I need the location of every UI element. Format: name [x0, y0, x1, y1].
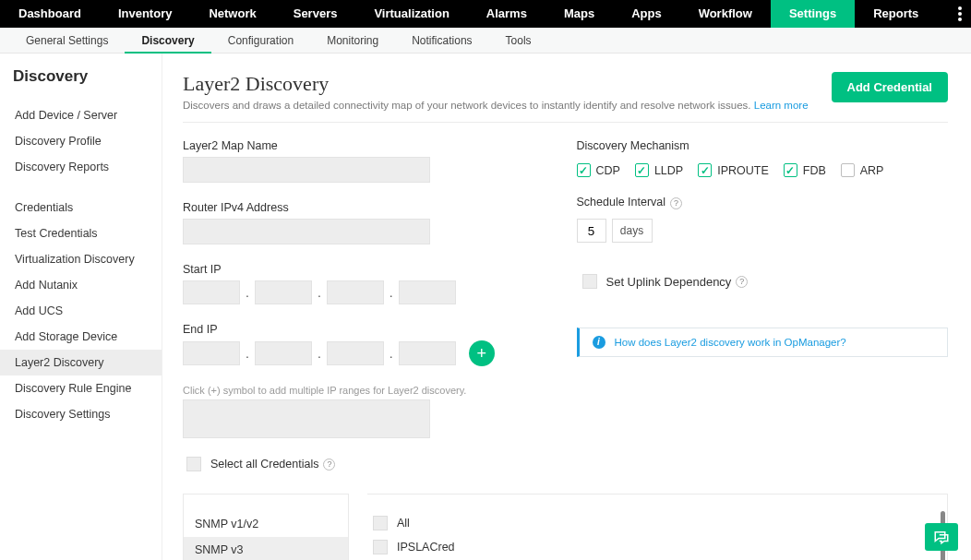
tab-virtualization[interactable]: Virtualization — [355, 0, 467, 28]
ip-range-hint: Click (+) symbol to add multiple IP rang… — [183, 385, 555, 396]
page-title: Layer2 Discovery — [183, 72, 809, 96]
sidebar-item-layer2-discovery[interactable]: Layer2 Discovery — [0, 350, 162, 375]
sidebar-item-discovery-rule-engine[interactable]: Discovery Rule Engine — [13, 375, 162, 401]
help-icon[interactable]: ? — [323, 459, 335, 471]
help-icon[interactable]: ? — [670, 197, 682, 209]
sidebar: Discovery Add Device / Server Discovery … — [0, 54, 162, 560]
tab-maps[interactable]: Maps — [545, 0, 613, 28]
start-ip-oct2[interactable] — [255, 280, 312, 304]
chat-icon — [932, 529, 951, 545]
credential-type-snmpv1v2[interactable]: SNMP v1/v2 — [184, 511, 348, 537]
discovery-mechanism-label: Discovery Mechanism — [577, 139, 949, 152]
tab-apps[interactable]: Apps — [613, 0, 680, 28]
end-ip-oct4[interactable] — [399, 341, 456, 365]
start-ip-label: Start IP — [183, 263, 555, 276]
credential-ipslacred-checkbox[interactable] — [373, 540, 388, 554]
select-all-credentials-label: Select all Credentials — [210, 458, 318, 471]
info-banner[interactable]: i How does Layer2 discovery work in OpMa… — [577, 328, 949, 357]
page-subtitle: Discovers and draws a detailed connectiv… — [183, 100, 809, 111]
tab-settings[interactable]: Settings — [771, 0, 855, 28]
cdp-checkbox[interactable] — [577, 163, 591, 177]
credential-all-checkbox[interactable] — [373, 516, 388, 530]
start-ip-oct1[interactable] — [183, 280, 240, 304]
credential-types: SNMP v1/v2 SNMP v3 — [183, 494, 349, 560]
ip-ranges-box[interactable] — [183, 399, 430, 438]
add-ip-range-button[interactable]: + — [469, 340, 495, 366]
sidebar-item-credentials[interactable]: Credentials — [13, 195, 162, 220]
end-ip-oct2[interactable] — [255, 341, 312, 365]
sidebar-item-test-credentials[interactable]: Test Credentials — [13, 220, 162, 246]
chat-button[interactable] — [925, 523, 958, 551]
sidebar-item-add-storage-device[interactable]: Add Storage Device — [13, 324, 162, 350]
sidebar-item-discovery-profile[interactable]: Discovery Profile — [13, 128, 162, 154]
map-name-input[interactable] — [183, 157, 430, 183]
sidebar-title: Discovery — [13, 67, 162, 86]
router-ip-input[interactable] — [183, 219, 430, 244]
subtab-tools[interactable]: Tools — [489, 28, 548, 54]
start-ip-oct4[interactable] — [399, 280, 456, 304]
end-ip-oct1[interactable] — [183, 341, 240, 365]
tab-reports[interactable]: Reports — [855, 0, 937, 28]
iproute-checkbox[interactable] — [698, 163, 712, 177]
subtab-configuration[interactable]: Configuration — [211, 28, 310, 54]
topnav: Dashboard Inventory Network Servers Virt… — [0, 0, 971, 28]
help-icon[interactable]: ? — [736, 276, 748, 288]
end-ip-label: End IP — [183, 323, 555, 336]
schedule-unit: days — [612, 219, 653, 243]
add-credential-button[interactable]: Add Credential — [832, 72, 948, 102]
sidebar-item-add-ucs[interactable]: Add UCS — [13, 298, 162, 324]
sidebar-item-discovery-settings[interactable]: Discovery Settings — [13, 401, 162, 427]
main-content: Layer2 Discovery Discovers and draws a d… — [162, 54, 965, 560]
uplink-dependency-checkbox[interactable] — [582, 274, 597, 289]
tab-servers[interactable]: Servers — [275, 0, 356, 28]
map-name-label: Layer2 Map Name — [183, 139, 555, 152]
subnav: General Settings Discovery Configuration… — [0, 28, 971, 54]
tab-network[interactable]: Network — [190, 0, 274, 28]
sidebar-item-add-device[interactable]: Add Device / Server — [13, 102, 162, 128]
subtab-notifications[interactable]: Notifications — [395, 28, 488, 54]
subtab-general-settings[interactable]: General Settings — [9, 28, 125, 54]
sidebar-item-discovery-reports[interactable]: Discovery Reports — [13, 154, 162, 180]
schedule-interval-label: Schedule Interval? — [577, 196, 949, 209]
subtab-discovery[interactable]: Discovery — [125, 28, 210, 54]
credential-list: All IPSLACred Public — [367, 494, 948, 560]
info-icon: i — [593, 336, 605, 349]
subtab-monitoring[interactable]: Monitoring — [310, 28, 395, 54]
credential-type-snmpv3[interactable]: SNMP v3 — [184, 537, 348, 560]
arp-checkbox[interactable] — [841, 163, 855, 177]
sidebar-item-virtualization-discovery[interactable]: Virtualization Discovery — [13, 246, 162, 272]
tab-workflow[interactable]: Workflow — [680, 0, 771, 28]
sidebar-item-add-nutanix[interactable]: Add Nutanix — [13, 272, 162, 298]
learn-more-link[interactable]: Learn more — [754, 100, 809, 111]
start-ip-oct3[interactable] — [327, 280, 384, 304]
schedule-value-input[interactable] — [577, 219, 606, 243]
tab-dashboard[interactable]: Dashboard — [0, 0, 100, 28]
fdb-checkbox[interactable] — [784, 163, 797, 177]
end-ip-oct3[interactable] — [327, 341, 384, 365]
tab-inventory[interactable]: Inventory — [100, 0, 191, 28]
credentials-area: SNMP v1/v2 SNMP v3 All IPSLACred Public — [183, 494, 948, 560]
tab-alarms[interactable]: Alarms — [468, 0, 545, 28]
lldp-checkbox[interactable] — [635, 163, 649, 177]
more-options-icon[interactable] — [958, 5, 962, 23]
select-all-credentials-checkbox[interactable] — [186, 457, 201, 471]
router-ip-label: Router IPv4 Address — [183, 201, 555, 214]
uplink-dependency-label: Set Uplink Dependency — [606, 275, 732, 289]
